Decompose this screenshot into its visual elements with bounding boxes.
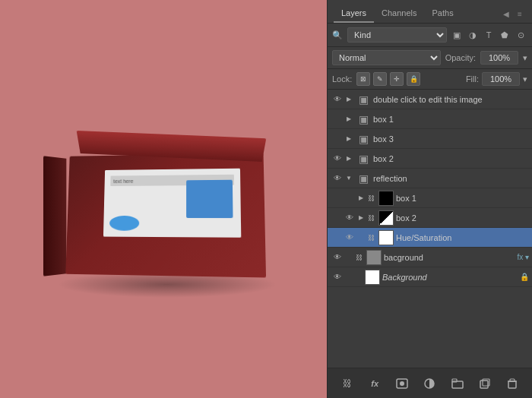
box-label-blue [186,180,233,218]
opacity-arrow[interactable]: ▾ [523,53,527,63]
layer-name: Hue/Saturation [396,233,529,242]
expand-icon[interactable]: ▶ [344,132,353,146]
panel-collapse-btn[interactable]: ◀ [500,8,512,19]
pixel-filter-icon[interactable]: ▣ [450,28,464,42]
layer-row[interactable]: 👁 ▶ ⛓ box 1 [328,188,532,208]
layer-thumb-folder: ▣ [356,112,371,127]
layer-row[interactable]: 👁 Background 🔒 [328,267,532,287]
expand-icon[interactable]: ▶ [344,152,353,166]
eye-icon[interactable]: 👁 [331,93,344,106]
eye-icon[interactable]: 👁 [343,231,356,245]
panel-menu-btn[interactable]: ≡ [514,8,526,19]
add-mask-btn[interactable] [394,375,410,392]
box-main: text here [65,153,266,277]
chain-icon: ⛓ [366,231,376,245]
canvas-area: text here [0,0,327,398]
lock-label: Lock: [332,74,352,84]
expand-icon [344,270,353,284]
layer-row[interactable]: 👁 ▶ ▣ box 2 [328,149,532,169]
expand-icon[interactable]: ▶ [344,93,353,106]
layer-thumb [366,250,382,265]
layer-thumb-folder: ▣ [356,131,371,147]
shape-filter-icon[interactable]: ⬟ [498,28,511,42]
layer-row[interactable]: 👁 ▶ ▣ box 3 [328,129,532,149]
lock-transparent-btn[interactable]: ⊠ [356,72,370,86]
layer-name: box 2 [373,154,529,163]
layer-row[interactable]: 👁 ⛓ Hue/Saturation [328,228,532,248]
box-label: text here [103,169,241,238]
smart-filter-icon[interactable]: ⊙ [514,28,527,42]
blend-mode-dropdown[interactable]: Normal [332,50,441,65]
type-filter-icon[interactable]: T [482,28,496,42]
add-style-btn[interactable]: fx [366,375,383,392]
layer-name: box 1 [396,194,529,203]
layer-thumb [365,270,380,285]
layer-thumb [378,230,394,245]
layer-name: reflection [373,174,529,183]
layer-name: box 3 [373,134,529,144]
lock-position-btn[interactable]: ✛ [390,72,404,86]
eye-icon[interactable]: 👁 [331,112,344,126]
filter-label: 🔍 [332,30,343,40]
adjustment-filter-icon[interactable]: ◑ [466,28,480,42]
filter-icons: ▣ ◑ T ⬟ ⊙ [450,28,527,42]
panel-tabs: Layers Channels Paths [334,5,461,23]
eye-icon[interactable]: 👁 [331,172,344,185]
expand-icon[interactable]: ▼ [344,172,353,185]
layer-row[interactable]: 👁 ▶ ⛓ box 2 [328,208,532,228]
chain-icon: ⛓ [366,211,376,225]
eye-icon[interactable]: 👁 [331,251,344,264]
svg-point-1 [400,381,404,386]
eye-icon[interactable]: 👁 [331,270,344,284]
layer-row[interactable]: 👁 ▶ ▣ double click to edit this image [328,90,532,109]
layer-thumb-folder: ▣ [356,92,371,107]
eye-icon[interactable]: 👁 [331,132,344,146]
opacity-label: Opacity: [445,53,476,62]
lock-image-btn[interactable]: ✎ [373,72,387,86]
delete-layer-btn[interactable] [504,375,521,392]
box-label-inner: text here [103,169,241,238]
layer-row[interactable]: 👁 ⛓ bacground fx ▾ [328,248,532,267]
layer-row[interactable]: 👁 ▶ ▣ box 1 [328,109,532,129]
new-layer-btn[interactable] [477,375,493,392]
panel-top-controls: ◀ ≡ [500,8,526,19]
create-group-btn[interactable] [449,375,466,392]
layer-thumb [378,191,394,206]
opacity-input[interactable]: 100% [480,51,518,65]
layer-row[interactable]: 👁 ▼ ▣ reflection [328,169,532,188]
eye-icon[interactable]: 👁 [331,152,344,166]
blend-row: Normal Opacity: 100% ▾ [328,47,532,69]
fx-badge: fx ▾ [517,253,529,261]
fill-input[interactable]: 100% [482,72,520,86]
filter-dropdown[interactable]: Kind [347,27,447,43]
panel-header: Layers Channels Paths ◀ ≡ [328,0,532,24]
lock-badge: 🔒 [520,273,529,281]
layer-list: 👁 ▶ ▣ double click to edit this image 👁 … [328,90,532,368]
expand-icon [344,251,353,264]
expand-icon [356,231,366,245]
fill-section: Fill: 100% ▾ [466,72,527,86]
tab-channels[interactable]: Channels [374,5,424,23]
box-side [43,156,66,276]
layer-thumb-folder: ▣ [356,171,371,186]
layer-thumb-folder: ▣ [356,151,371,166]
link-layers-btn[interactable]: ⛓ [339,375,356,392]
chain-icon: ⛓ [353,251,364,264]
fill-label: Fill: [466,74,479,84]
tab-paths[interactable]: Paths [425,5,461,23]
filter-row: 🔍 Kind ▣ ◑ T ⬟ ⊙ [328,24,532,47]
layer-name: box 1 [373,115,529,124]
lock-row: Lock: ⊠ ✎ ✛ 🔒 Fill: 100% ▾ [328,69,532,90]
layers-panel: Layers Channels Paths ◀ ≡ 🔍 Kind ▣ ◑ T ⬟… [327,0,532,398]
eye-icon[interactable]: 👁 [343,211,356,225]
expand-icon[interactable]: ▶ [344,112,353,126]
adjustment-layer-btn[interactable] [421,375,438,392]
layer-name: double click to edit this image [373,95,529,104]
eye-icon[interactable]: 👁 [343,191,356,205]
expand-icon[interactable]: ▶ [356,191,366,205]
tab-layers[interactable]: Layers [334,5,374,23]
lock-all-btn[interactable]: 🔒 [407,72,420,86]
expand-icon[interactable]: ▶ [356,211,366,225]
chain-icon: ⛓ [366,191,376,205]
fill-arrow[interactable]: ▾ [523,74,527,84]
